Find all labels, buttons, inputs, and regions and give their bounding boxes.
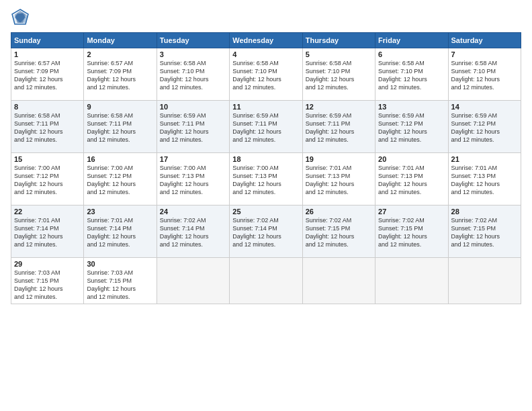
calendar-cell: 7 Sunrise: 6:58 AM Sunset: 7:10 PM Dayli… [448,48,521,101]
calendar-cell: 11 Sunrise: 6:59 AM Sunset: 7:11 PM Dayl… [230,101,302,153]
day-info: Sunrise: 6:59 AM Sunset: 7:12 PM Dayligh… [378,111,445,144]
sunrise-label: Sunrise: 7:01 AM [306,165,352,171]
day-info: Sunrise: 7:02 AM Sunset: 7:14 PM Dayligh… [160,216,226,249]
sunrise-label: Sunrise: 6:58 AM [87,112,133,119]
logo-icon [11,8,30,27]
day-info: Sunrise: 7:00 AM Sunset: 7:12 PM Dayligh… [14,164,81,197]
sunrise-label: Sunrise: 6:58 AM [160,60,206,66]
daylight-minutes: and 12 minutes. [232,241,275,248]
day-number: 13 [378,103,445,111]
daylight-label: Daylight: 12 hours [378,76,427,83]
daylight-label: Daylight: 12 hours [232,128,281,135]
day-info: Sunrise: 6:59 AM Sunset: 7:11 PM Dayligh… [306,111,372,144]
daylight-label: Daylight: 12 hours [160,181,209,187]
daylight-minutes: and 12 minutes. [378,241,421,248]
day-number: 8 [14,103,81,111]
sunrise-label: Sunrise: 6:57 AM [87,60,133,66]
sunrise-label: Sunrise: 7:03 AM [87,269,133,276]
daylight-minutes: and 12 minutes. [14,189,57,195]
sunset-label: Sunset: 7:13 PM [160,173,205,179]
calendar-cell [157,258,229,304]
day-info: Sunrise: 7:00 AM Sunset: 7:13 PM Dayligh… [160,164,226,197]
sunset-label: Sunset: 7:11 PM [14,120,59,127]
day-number: 11 [232,103,299,111]
daylight-label: Daylight: 12 hours [160,128,209,135]
header-tuesday: Tuesday [157,33,229,48]
day-number: 9 [87,103,153,111]
daylight-minutes: and 12 minutes. [232,84,275,91]
calendar-cell: 25 Sunrise: 7:02 AM Sunset: 7:14 PM Dayl… [230,205,302,258]
daylight-minutes: and 12 minutes. [14,241,57,248]
daylight-minutes: and 12 minutes. [87,84,130,91]
day-number: 4 [232,50,299,58]
daylight-label: Daylight: 12 hours [232,233,281,240]
day-number: 24 [160,208,226,216]
calendar-cell: 27 Sunrise: 7:02 AM Sunset: 7:15 PM Dayl… [375,205,448,258]
sunset-label: Sunset: 7:12 PM [451,120,496,127]
calendar-cell: 22 Sunrise: 7:01 AM Sunset: 7:14 PM Dayl… [11,205,84,258]
sunrise-label: Sunrise: 7:00 AM [14,165,60,171]
daylight-minutes: and 12 minutes. [87,293,130,300]
daylight-minutes: and 12 minutes. [160,136,203,143]
sunset-label: Sunset: 7:11 PM [160,120,205,127]
sunset-label: Sunset: 7:13 PM [378,173,423,179]
daylight-label: Daylight: 12 hours [378,181,427,187]
daylight-minutes: and 12 minutes. [306,84,349,91]
daylight-minutes: and 12 minutes. [160,189,203,195]
calendar-cell: 12 Sunrise: 6:59 AM Sunset: 7:11 PM Dayl… [302,101,375,153]
daylight-label: Daylight: 12 hours [306,128,355,135]
day-info: Sunrise: 6:59 AM Sunset: 7:11 PM Dayligh… [160,111,226,144]
day-number: 19 [306,155,372,163]
day-number: 7 [451,50,518,58]
sunrise-label: Sunrise: 7:03 AM [14,269,60,276]
day-info: Sunrise: 6:58 AM Sunset: 7:11 PM Dayligh… [87,111,153,144]
sunrise-label: Sunrise: 6:59 AM [306,112,352,119]
calendar-cell: 30 Sunrise: 7:03 AM Sunset: 7:15 PM Dayl… [84,258,157,304]
calendar-cell: 26 Sunrise: 7:02 AM Sunset: 7:15 PM Dayl… [302,205,375,258]
calendar-header-row: Sunday Monday Tuesday Wednesday Thursday… [11,33,521,48]
daylight-minutes: and 12 minutes. [160,84,203,91]
day-number: 2 [87,50,153,58]
day-info: Sunrise: 6:58 AM Sunset: 7:10 PM Dayligh… [306,59,372,92]
daylight-minutes: and 12 minutes. [14,136,57,143]
sunrise-label: Sunrise: 6:58 AM [451,60,498,66]
header-saturday: Saturday [448,33,521,48]
sunrise-label: Sunrise: 6:59 AM [160,112,206,119]
sunset-label: Sunset: 7:15 PM [14,277,59,284]
sunset-label: Sunset: 7:15 PM [87,277,132,284]
header-wednesday: Wednesday [230,33,302,48]
calendar-cell: 28 Sunrise: 7:02 AM Sunset: 7:15 PM Dayl… [448,205,521,258]
day-info: Sunrise: 6:59 AM Sunset: 7:12 PM Dayligh… [451,111,518,144]
daylight-label: Daylight: 12 hours [306,181,355,187]
daylight-label: Daylight: 12 hours [451,233,500,240]
daylight-label: Daylight: 12 hours [87,128,136,135]
day-info: Sunrise: 7:02 AM Sunset: 7:15 PM Dayligh… [306,216,372,249]
daylight-label: Daylight: 12 hours [87,181,136,187]
daylight-minutes: and 12 minutes. [160,241,203,248]
daylight-minutes: and 12 minutes. [87,241,130,248]
sunset-label: Sunset: 7:15 PM [451,225,496,232]
day-info: Sunrise: 6:58 AM Sunset: 7:10 PM Dayligh… [232,59,299,92]
day-number: 27 [378,208,445,216]
calendar-cell: 9 Sunrise: 6:58 AM Sunset: 7:11 PM Dayli… [84,101,157,153]
calendar-cell [375,258,448,304]
calendar-week-row: 22 Sunrise: 7:01 AM Sunset: 7:14 PM Dayl… [11,205,521,258]
sunset-label: Sunset: 7:15 PM [378,225,423,232]
day-info: Sunrise: 7:01 AM Sunset: 7:13 PM Dayligh… [306,164,372,197]
day-info: Sunrise: 7:03 AM Sunset: 7:15 PM Dayligh… [87,269,153,302]
sunrise-label: Sunrise: 7:01 AM [87,217,133,224]
daylight-minutes: and 12 minutes. [451,189,494,195]
daylight-label: Daylight: 12 hours [87,285,136,292]
day-number: 12 [306,103,372,111]
daylight-minutes: and 12 minutes. [306,189,349,195]
daylight-label: Daylight: 12 hours [14,233,63,240]
sunrise-label: Sunrise: 7:02 AM [232,217,279,224]
day-number: 1 [14,50,81,58]
daylight-minutes: and 12 minutes. [14,293,57,300]
sunrise-label: Sunrise: 6:59 AM [378,112,425,119]
calendar-cell: 20 Sunrise: 7:01 AM Sunset: 7:13 PM Dayl… [375,153,448,205]
sunrise-label: Sunrise: 6:58 AM [306,60,352,66]
day-info: Sunrise: 6:57 AM Sunset: 7:09 PM Dayligh… [14,59,81,92]
day-number: 3 [160,50,226,58]
daylight-label: Daylight: 12 hours [160,76,209,83]
